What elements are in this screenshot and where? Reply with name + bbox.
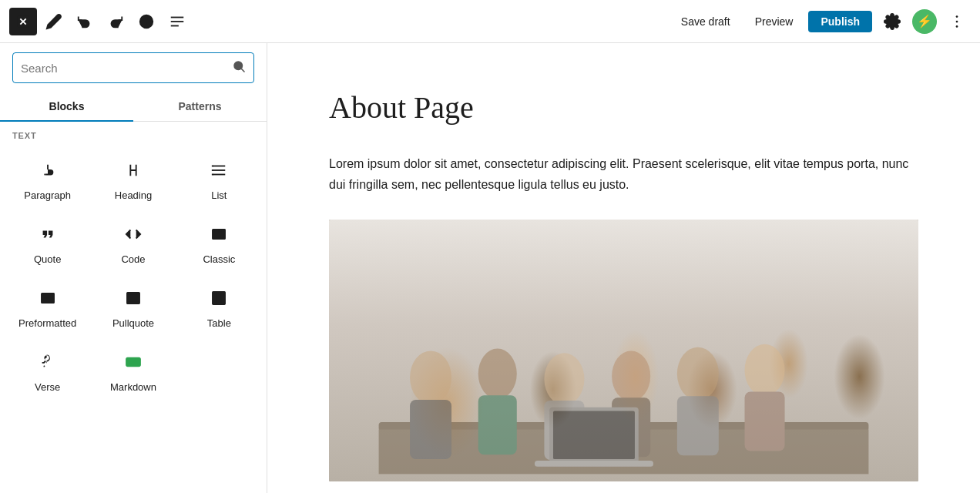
close-icon: [15, 13, 32, 30]
block-item-code[interactable]: Code: [92, 213, 174, 274]
code-icon: [125, 226, 142, 247]
people-silhouette: [329, 259, 918, 481]
preformatted-icon: [39, 290, 56, 311]
close-button[interactable]: [9, 8, 37, 35]
svg-rect-43: [410, 400, 451, 459]
settings-button[interactable]: [878, 8, 906, 35]
block-item-pullquote[interactable]: Pullquote: [92, 277, 174, 338]
save-draft-button[interactable]: Save draft: [672, 11, 740, 32]
preview-button[interactable]: Preview: [746, 11, 803, 32]
gear-icon: [884, 13, 901, 30]
svg-point-13: [234, 62, 243, 70]
search-box[interactable]: [12, 52, 254, 83]
list-view-button[interactable]: [163, 8, 191, 35]
info-icon: [138, 13, 155, 30]
image-placeholder: [329, 220, 918, 481]
block-item-preformatted[interactable]: Preformatted: [6, 277, 89, 338]
svg-point-50: [677, 347, 719, 401]
page-image: [329, 220, 918, 481]
svg-rect-53: [745, 392, 785, 451]
markdown-icon: [125, 354, 142, 375]
markdown-label: Markdown: [110, 381, 156, 393]
verse-icon: [39, 354, 56, 375]
more-vertical-icon: [948, 13, 965, 30]
redo-icon: [107, 13, 124, 30]
svg-point-52: [745, 344, 785, 396]
svg-rect-39: [126, 358, 140, 367]
code-label: Code: [121, 253, 145, 265]
block-item-paragraph[interactable]: Paragraph: [6, 149, 89, 210]
edit-button[interactable]: [40, 8, 68, 35]
publish-button[interactable]: Publish: [808, 11, 872, 32]
svg-rect-55: [553, 411, 635, 460]
search-input[interactable]: [21, 62, 232, 75]
classic-label: Classic: [203, 253, 235, 265]
block-item-table[interactable]: Table: [178, 277, 260, 338]
quote-label: Quote: [34, 253, 61, 265]
pencil-icon: [45, 13, 62, 30]
svg-rect-56: [535, 461, 653, 467]
block-item-markdown[interactable]: Markdown: [92, 341, 174, 402]
search-icon: [232, 59, 246, 76]
topbar-left: [9, 8, 191, 35]
search-area: [0, 43, 267, 92]
paragraph-label: Paragraph: [24, 189, 71, 201]
classic-icon: [210, 226, 227, 247]
preformatted-label: Preformatted: [18, 317, 76, 329]
svg-point-46: [544, 354, 584, 405]
list-icon: [210, 162, 227, 183]
quote-icon: [39, 226, 56, 247]
undo-icon: [76, 13, 93, 30]
svg-point-44: [478, 349, 517, 400]
section-text-label: TEXT: [0, 122, 267, 143]
sidebar: Blocks Patterns TEXT Paragraph Heading: [0, 43, 267, 493]
pullquote-label: Pullquote: [112, 317, 154, 329]
more-options-button[interactable]: [943, 8, 971, 35]
block-item-quote[interactable]: Quote: [6, 213, 89, 274]
svg-point-12: [956, 25, 958, 28]
block-item-list[interactable]: List: [178, 149, 260, 210]
topbar: Save draft Preview Publish ⚡: [0, 0, 980, 43]
blocks-grid: Paragraph Heading List: [0, 143, 267, 402]
tab-blocks[interactable]: Blocks: [0, 92, 133, 122]
block-item-heading[interactable]: Heading: [92, 149, 174, 210]
block-item-classic[interactable]: Classic: [178, 213, 260, 274]
tabs: Blocks Patterns: [0, 92, 267, 122]
svg-rect-18: [212, 166, 213, 167]
table-icon: [210, 290, 227, 311]
svg-rect-20: [212, 174, 213, 176]
main-layout: Blocks Patterns TEXT Paragraph Heading: [0, 43, 980, 493]
svg-rect-34: [213, 292, 226, 305]
paragraph-icon: [39, 162, 56, 183]
list-label: List: [211, 189, 227, 201]
svg-point-42: [410, 351, 451, 404]
page-title: About Page: [329, 89, 918, 126]
svg-point-11: [956, 20, 958, 22]
page-body-text: Lorem ipsum dolor sit amet, consectetur …: [329, 153, 918, 195]
svg-point-48: [612, 351, 650, 402]
topbar-right: Save draft Preview Publish ⚡: [672, 8, 971, 35]
svg-line-14: [241, 69, 244, 72]
list-view-icon: [169, 13, 186, 30]
redo-button[interactable]: [102, 8, 129, 35]
block-item-verse[interactable]: Verse: [6, 341, 89, 402]
tab-patterns[interactable]: Patterns: [133, 92, 267, 122]
user-avatar[interactable]: ⚡: [912, 9, 937, 34]
info-button[interactable]: [133, 8, 160, 35]
undo-button[interactable]: [71, 8, 99, 35]
svg-rect-45: [478, 396, 517, 455]
svg-point-10: [956, 15, 958, 18]
table-label: Table: [207, 317, 231, 329]
svg-rect-30: [127, 293, 140, 304]
pullquote-icon: [125, 290, 142, 311]
heading-icon: [125, 162, 142, 183]
avatar-icon: ⚡: [917, 14, 932, 29]
content-area: About Page Lorem ipsum dolor sit amet, c…: [267, 43, 980, 493]
verse-label: Verse: [35, 381, 60, 393]
svg-rect-51: [677, 397, 719, 456]
heading-label: Heading: [115, 189, 152, 201]
svg-rect-19: [212, 169, 213, 171]
